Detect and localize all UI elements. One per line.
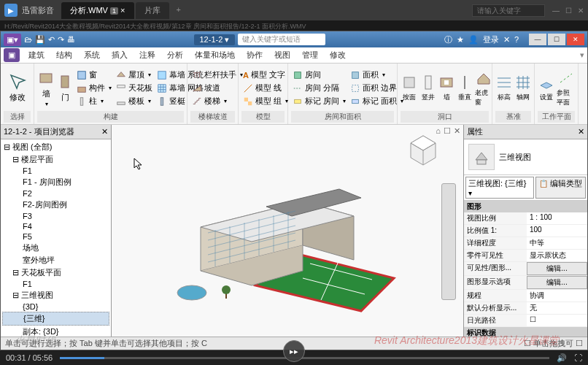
ribbon-tab-analyze[interactable]: 分析 [161,47,189,63]
stair-button[interactable]: 楼梯▾ [190,95,244,107]
tree-item[interactable]: F5 [2,231,109,242]
ribbon-tab-collaborate[interactable]: 协作 [241,47,268,63]
ribbon-tab-home[interactable]: ▣ [4,48,20,62]
prop-row[interactable]: 图形显示选项编辑... [464,276,587,290]
app-menu-button[interactable]: ▣▾ [4,34,21,46]
ribbon-tab-annotate[interactable]: 注释 [134,47,161,63]
tree-item[interactable]: 室外地坪 [2,254,109,266]
ramp-button[interactable]: 坡道 [190,82,244,94]
play-button[interactable]: ▸▸ [283,340,305,362]
ribbon-tab-manage[interactable]: 管理 [296,47,324,63]
help-search-input[interactable]: 键入关键字或短语 [238,34,325,45]
roof-button[interactable]: 屋顶▾ [115,69,154,81]
room-separator-button[interactable]: 房间 分隔 [291,82,347,94]
prop-row[interactable]: 日光路径☐ [464,315,587,327]
prop-row[interactable]: 规程协调 [464,290,587,302]
ribbon-tab-view[interactable]: 视图 [268,47,296,63]
window-button[interactable]: 窗 [75,69,113,81]
app-maximize-button[interactable]: ☐ [548,34,565,45]
tree-item[interactable]: F1 [2,166,109,176]
help-icon[interactable]: ? [514,35,519,44]
set-workplane-button[interactable]: 设置 [538,65,555,111]
ribbon-tab-massing[interactable]: 体量和场地 [189,47,241,63]
browser-tree[interactable]: ⊟ 视图 (全部)⊟ 楼层平面F1F1 - 房间图例F2F2-房间图例F3F4F… [1,139,111,337]
app-minimize-button[interactable]: — [529,34,546,45]
player-tab-add[interactable]: + [171,2,187,19]
prop-row[interactable]: 视图比例1 : 100 [464,212,587,225]
prop-row[interactable]: 零件可见性显示原状态 [464,250,587,262]
info-icon[interactable]: ⓘ [444,34,452,45]
component-button[interactable]: 构件▾ [75,82,113,94]
tree-item[interactable]: ⊟ 楼层平面 [2,153,109,166]
tree-item[interactable]: ⊟ 视图 (全部) [2,141,109,153]
vertical-button[interactable]: 垂直 [456,65,473,111]
ribbon-tab-modify[interactable]: 修改 [324,47,352,63]
tag-room-button[interactable]: 标记 房间▾ [291,95,347,107]
ribbon-tab-insert[interactable]: 插入 [106,47,134,63]
grid-button[interactable]: 轴网 [514,65,532,111]
prop-row[interactable]: 详细程度中等 [464,237,587,250]
navigation-bar[interactable] [441,183,456,300]
tree-item[interactable]: F4 [2,221,109,231]
model-text-button[interactable]: A模型 文字 [241,69,290,81]
document-selector[interactable]: 12-1-2 ▾ [194,34,236,45]
tag-area-button[interactable]: 标记 面积▾ [349,95,405,107]
properties-close-icon[interactable]: ✕ [578,127,584,137]
qat-undo-icon[interactable]: ↶ [48,35,55,45]
edit-type-button[interactable]: 📋 编辑类型 [535,177,586,199]
area-button[interactable]: 面积▾ [349,69,405,81]
floor-button[interactable]: 楼板▾ [115,95,154,107]
level-button[interactable]: 标高 [495,65,513,111]
ref-plane-button[interactable]: 参照 平面 [557,65,575,111]
viewport[interactable]: ⌂ ☐ ✕ [112,125,463,337]
ribbon-collapse-icon[interactable]: ▾ [580,50,584,60]
view-max-icon[interactable]: ☐ [444,126,451,136]
star-icon[interactable]: ★ [457,35,464,45]
qat-redo-icon[interactable]: ↷ [58,35,64,45]
tree-item[interactable]: F3 [2,211,109,221]
fullscreen-icon[interactable]: ⛶ [574,353,582,362]
prop-category[interactable]: 图形 [464,201,587,212]
tree-item[interactable]: ⊟ 三维视图 [2,289,109,301]
ceiling-button[interactable]: 天花板 [115,82,154,94]
volume-icon[interactable]: 🔊 [557,353,567,363]
prop-row[interactable]: 可见性/图形...编辑... [464,262,587,276]
ribbon-tab-architecture[interactable]: 建筑 [23,47,50,63]
qat-open-icon[interactable]: 🗁 [24,35,32,44]
properties-grid[interactable]: 图形视图比例1 : 100比例值 1:100详细程度中等零件可见性显示原状态可见… [464,201,587,337]
tree-item[interactable]: {三维} [2,312,109,326]
player-tab-library[interactable]: 片库 [136,2,169,19]
maximize-icon[interactable]: ☐ [565,7,572,15]
prop-row[interactable]: 比例值 1:100 [464,225,587,237]
exchange-icon[interactable]: ✕ [503,35,510,45]
qat-print-icon[interactable]: 🖶 [67,35,75,44]
by-face-button[interactable]: 按面 [401,65,418,111]
tree-item[interactable]: {3D} [2,301,109,312]
player-search-input[interactable] [472,4,545,17]
dormer-button[interactable]: 老虎窗 [475,65,492,111]
door-button[interactable]: 门 [56,65,74,111]
wall-button[interactable]: 墙▾ [37,65,55,111]
viewcube[interactable] [405,132,441,169]
ribbon-tab-structure[interactable]: 结构 [50,47,78,63]
column-button[interactable]: 柱▾ [75,95,113,107]
shaft-button[interactable]: 竖井 [419,65,437,111]
view-close-icon[interactable]: ✕ [454,126,460,136]
tree-item[interactable]: F1 [2,279,109,289]
tree-item[interactable]: F2 [2,188,109,199]
browser-close-icon[interactable]: ✕ [101,127,108,137]
tree-item[interactable]: ⊟ 天花板平面 [2,266,109,279]
close-icon[interactable]: ✕ [578,7,584,15]
model-line-button[interactable]: 模型 线 [241,82,290,94]
ribbon-tab-systems[interactable]: 系统 [78,47,106,63]
modify-button[interactable]: 修改 [4,65,31,111]
tree-item[interactable]: F2-房间图例 [2,199,109,211]
player-tab-video[interactable]: 分析.WMV 1 × [61,2,134,19]
instance-selector[interactable]: 三维视图: {三维} ▾ [465,177,534,199]
tree-item[interactable]: F1 - 房间图例 [2,176,109,188]
room-button[interactable]: 房间 [291,69,347,81]
app-close-button[interactable]: ✕ [567,34,584,45]
video-progress[interactable] [60,357,549,359]
properties-header[interactable]: 属性✕ [464,125,587,139]
browser-header[interactable]: 12-1-2 - 项目浏览器✕ [1,125,111,139]
